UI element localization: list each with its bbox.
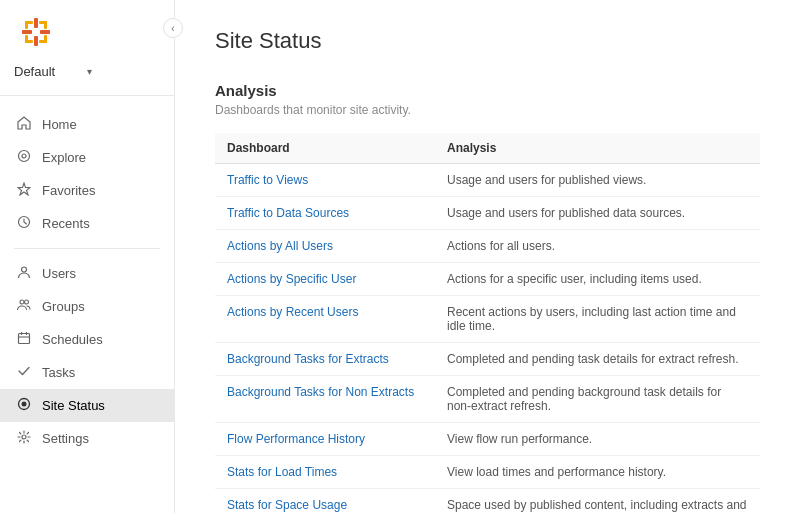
svg-rect-1 bbox=[34, 36, 38, 46]
sidebar-item-recents[interactable]: Recents bbox=[0, 207, 174, 240]
settings-icon bbox=[16, 430, 32, 447]
sidebar-item-tasks-label: Tasks bbox=[42, 365, 75, 380]
sidebar-nav: Home Explore Favorites bbox=[0, 100, 174, 513]
analysis-section: Analysis Dashboards that monitor site ac… bbox=[215, 82, 760, 513]
svg-rect-0 bbox=[34, 18, 38, 28]
dashboard-link[interactable]: Traffic to Data Sources bbox=[227, 206, 349, 220]
sidebar-item-recents-label: Recents bbox=[42, 216, 90, 231]
description-cell: Usage and users for published views. bbox=[435, 164, 760, 197]
svg-point-17 bbox=[20, 300, 24, 304]
sidebar-item-explore[interactable]: Explore bbox=[0, 141, 174, 174]
svg-point-13 bbox=[22, 154, 26, 158]
table-row: Traffic to ViewsUsage and users for publ… bbox=[215, 164, 760, 197]
site-selector[interactable]: Default ▾ bbox=[0, 60, 174, 91]
description-cell: Recent actions by users, including last … bbox=[435, 296, 760, 343]
sidebar-item-schedules[interactable]: Schedules bbox=[0, 323, 174, 356]
description-cell: Space used by published content, includi… bbox=[435, 489, 760, 514]
svg-rect-19 bbox=[19, 334, 30, 344]
description-cell: Actions for all users. bbox=[435, 230, 760, 263]
section-title: Analysis bbox=[215, 82, 760, 99]
description-cell: Usage and users for published data sourc… bbox=[435, 197, 760, 230]
col-header-analysis: Analysis bbox=[435, 133, 760, 164]
favorites-icon bbox=[16, 182, 32, 199]
table-header-row: Dashboard Analysis bbox=[215, 133, 760, 164]
dashboard-link[interactable]: Actions by Specific User bbox=[227, 272, 356, 286]
collapse-icon: ‹ bbox=[171, 23, 174, 34]
table-row: Actions by Recent UsersRecent actions by… bbox=[215, 296, 760, 343]
dashboard-link-cell[interactable]: Actions by All Users bbox=[215, 230, 435, 263]
sidebar-divider-top bbox=[0, 95, 174, 96]
dashboard-link-cell[interactable]: Traffic to Data Sources bbox=[215, 197, 435, 230]
dashboard-link-cell[interactable]: Stats for Space Usage bbox=[215, 489, 435, 514]
logo-area bbox=[0, 0, 174, 60]
dashboard-link[interactable]: Stats for Space Usage bbox=[227, 498, 347, 512]
dashboard-link[interactable]: Stats for Load Times bbox=[227, 465, 337, 479]
svg-marker-14 bbox=[18, 183, 30, 195]
dashboard-link[interactable]: Actions by Recent Users bbox=[227, 305, 358, 319]
sidebar-item-site-status[interactable]: Site Status bbox=[0, 389, 174, 422]
table-row: Traffic to Data SourcesUsage and users f… bbox=[215, 197, 760, 230]
site-selector-label: Default bbox=[14, 64, 87, 79]
dashboard-link-cell[interactable]: Actions by Recent Users bbox=[215, 296, 435, 343]
dashboard-link-cell[interactable]: Traffic to Views bbox=[215, 164, 435, 197]
svg-point-16 bbox=[22, 267, 27, 272]
schedules-icon bbox=[16, 331, 32, 348]
svg-rect-11 bbox=[39, 40, 47, 43]
dashboard-link[interactable]: Background Tasks for Extracts bbox=[227, 352, 389, 366]
sidebar-item-users-label: Users bbox=[42, 266, 76, 281]
dashboard-link-cell[interactable]: Background Tasks for Extracts bbox=[215, 343, 435, 376]
dashboard-link-cell[interactable]: Background Tasks for Non Extracts bbox=[215, 376, 435, 423]
sidebar-item-home[interactable]: Home bbox=[0, 108, 174, 141]
sidebar: Default ▾ Home bbox=[0, 0, 175, 513]
description-cell: View flow run performance. bbox=[435, 423, 760, 456]
table-row: Actions by Specific UserActions for a sp… bbox=[215, 263, 760, 296]
svg-rect-9 bbox=[39, 21, 47, 24]
explore-icon bbox=[16, 149, 32, 166]
svg-point-24 bbox=[22, 402, 27, 407]
sidebar-item-favorites[interactable]: Favorites bbox=[0, 174, 174, 207]
table-row: Stats for Space UsageSpace used by publi… bbox=[215, 489, 760, 514]
dashboard-link[interactable]: Actions by All Users bbox=[227, 239, 333, 253]
sidebar-item-settings[interactable]: Settings bbox=[0, 422, 174, 455]
description-cell: Actions for a specific user, including i… bbox=[435, 263, 760, 296]
sidebar-item-favorites-label: Favorites bbox=[42, 183, 95, 198]
svg-rect-10 bbox=[25, 40, 33, 43]
dashboard-table: Dashboard Analysis Traffic to ViewsUsage… bbox=[215, 133, 760, 513]
users-icon bbox=[16, 265, 32, 282]
sidebar-item-settings-label: Settings bbox=[42, 431, 89, 446]
sidebar-item-users[interactable]: Users bbox=[0, 257, 174, 290]
sidebar-item-groups[interactable]: Groups bbox=[0, 290, 174, 323]
table-row: Stats for Load TimesView load times and … bbox=[215, 456, 760, 489]
table-row: Background Tasks for ExtractsCompleted a… bbox=[215, 343, 760, 376]
table-row: Background Tasks for Non ExtractsComplet… bbox=[215, 376, 760, 423]
collapse-sidebar-button[interactable]: ‹ bbox=[163, 18, 183, 38]
sidebar-item-site-status-label: Site Status bbox=[42, 398, 105, 413]
tasks-icon bbox=[16, 364, 32, 381]
svg-rect-8 bbox=[25, 21, 33, 24]
site-status-icon bbox=[16, 397, 32, 414]
groups-icon bbox=[16, 298, 32, 315]
dashboard-link[interactable]: Flow Performance History bbox=[227, 432, 365, 446]
description-cell: Completed and pending task details for e… bbox=[435, 343, 760, 376]
app-logo bbox=[20, 16, 52, 48]
dashboard-link[interactable]: Background Tasks for Non Extracts bbox=[227, 385, 414, 399]
sidebar-section-divider bbox=[14, 248, 160, 249]
dashboard-link-cell[interactable]: Stats for Load Times bbox=[215, 456, 435, 489]
svg-point-12 bbox=[19, 151, 30, 162]
svg-point-18 bbox=[25, 300, 29, 304]
chevron-down-icon: ▾ bbox=[87, 66, 160, 77]
description-cell: Completed and pending background task de… bbox=[435, 376, 760, 423]
sidebar-item-groups-label: Groups bbox=[42, 299, 85, 314]
dashboard-link[interactable]: Traffic to Views bbox=[227, 173, 308, 187]
sidebar-item-schedules-label: Schedules bbox=[42, 332, 103, 347]
dashboard-link-cell[interactable]: Actions by Specific User bbox=[215, 263, 435, 296]
section-subtitle: Dashboards that monitor site activity. bbox=[215, 103, 760, 117]
main-content: Site Status Analysis Dashboards that mon… bbox=[175, 0, 800, 513]
sidebar-item-tasks[interactable]: Tasks bbox=[0, 356, 174, 389]
dashboard-link-cell[interactable]: Flow Performance History bbox=[215, 423, 435, 456]
table-row: Flow Performance HistoryView flow run pe… bbox=[215, 423, 760, 456]
col-header-dashboard: Dashboard bbox=[215, 133, 435, 164]
sidebar-item-home-label: Home bbox=[42, 117, 77, 132]
svg-rect-2 bbox=[22, 30, 32, 34]
svg-rect-3 bbox=[40, 30, 50, 34]
